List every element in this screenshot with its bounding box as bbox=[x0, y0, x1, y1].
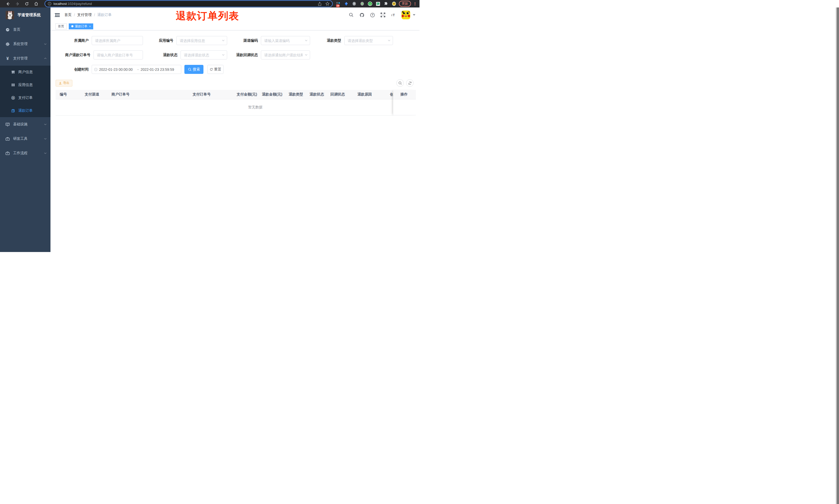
avatar[interactable] bbox=[401, 11, 410, 19]
extension-tab-manager-icon[interactable]: 10 bbox=[336, 2, 340, 6]
tab-close-icon[interactable]: × bbox=[89, 25, 91, 28]
channel-select[interactable] bbox=[261, 36, 310, 45]
date-end-value: 2022-01-23 23:59:59 bbox=[141, 68, 177, 72]
chevron-down-icon bbox=[44, 123, 47, 126]
extension-chat-icon[interactable] bbox=[376, 2, 380, 6]
sidebar-item-pay[interactable]: ¥ 支付管理 bbox=[0, 51, 51, 66]
merchant-refund-no-input[interactable] bbox=[93, 51, 143, 59]
share-icon[interactable] bbox=[318, 2, 322, 6]
sidebar-item-workflow[interactable]: 工作流程 bbox=[0, 146, 51, 160]
browser-reload-button[interactable] bbox=[24, 2, 29, 6]
bookmark-star-icon[interactable] bbox=[325, 2, 329, 6]
filter-merchant: 所属商户 bbox=[56, 36, 143, 45]
extension-y-icon[interactable]: y bbox=[368, 2, 372, 6]
header-search-button[interactable] bbox=[349, 12, 354, 18]
refresh-table-button[interactable] bbox=[406, 79, 414, 87]
sidebar-item-label: 工作流程 bbox=[13, 151, 28, 156]
filter-label: 渠道编码 bbox=[233, 38, 261, 43]
fullscreen-icon bbox=[381, 13, 385, 17]
search-icon bbox=[188, 68, 192, 71]
chevron-down-icon bbox=[44, 137, 47, 140]
dashboard-icon bbox=[5, 28, 10, 32]
sidebar-fold-button[interactable] bbox=[55, 12, 60, 18]
user-menu[interactable] bbox=[401, 11, 415, 19]
toggle-search-button[interactable] bbox=[396, 79, 404, 87]
browser-forward-button[interactable] bbox=[15, 2, 20, 6]
export-button[interactable]: 导出 bbox=[56, 80, 72, 87]
question-circle-icon: ? bbox=[370, 13, 375, 18]
search-button[interactable]: 搜索 bbox=[184, 65, 203, 74]
column-header: 退款原因 bbox=[348, 92, 386, 97]
browser-home-button[interactable] bbox=[34, 2, 39, 6]
filter-label: 退款状态 bbox=[149, 53, 180, 57]
sidebar-item-system[interactable]: 系统管理 bbox=[0, 37, 51, 51]
font-size-button[interactable]: TT bbox=[391, 12, 396, 18]
url-bar[interactable]: localhost:1024/pay/refund bbox=[45, 1, 332, 7]
refund-type-select[interactable] bbox=[344, 36, 393, 45]
browser-update-button[interactable]: 更新 bbox=[399, 1, 411, 7]
svg-text:¥: ¥ bbox=[12, 97, 14, 100]
extension-command-icon[interactable]: ⌘ bbox=[352, 2, 356, 6]
refresh-icon bbox=[408, 82, 412, 85]
extension-badge: 10 bbox=[336, 4, 340, 7]
column-header: 支付渠道 bbox=[81, 92, 107, 97]
sidebar-item-merchant-info[interactable]: 商户信息 bbox=[0, 66, 51, 78]
site-info-icon[interactable] bbox=[48, 2, 52, 6]
breadcrumb-pay[interactable]: 支付管理 bbox=[77, 13, 92, 17]
column-header: 商户订单号 bbox=[107, 92, 189, 97]
svg-text:T: T bbox=[391, 14, 392, 17]
browser-back-button[interactable] bbox=[6, 2, 10, 6]
refund-table: 编号 支付渠道 商户订单号 支付订单号 支付金额(元) 退款金额(元) 退款类型… bbox=[56, 90, 416, 115]
column-header: 退款金额(元) bbox=[258, 92, 285, 97]
github-link-button[interactable] bbox=[359, 12, 364, 18]
fullscreen-button[interactable] bbox=[380, 12, 386, 18]
forward-icon bbox=[15, 2, 20, 6]
caret-down-icon bbox=[413, 14, 415, 16]
column-header: 退款类型 bbox=[285, 92, 305, 97]
extension-green-dot-icon[interactable] bbox=[360, 2, 364, 6]
sidebar-item-refund-order[interactable]: 退款订单 bbox=[0, 104, 51, 117]
search-icon bbox=[349, 13, 354, 17]
sidebar-item-home[interactable]: 首页 bbox=[0, 22, 51, 37]
merchant-input[interactable] bbox=[92, 36, 143, 45]
filter-label: 退款类型 bbox=[316, 38, 344, 43]
fixed-action-column: 操作 bbox=[393, 90, 416, 115]
sidebar-logo[interactable]: 芋道管理系统 bbox=[0, 7, 51, 22]
sidebar-item-label: 商户信息 bbox=[18, 70, 33, 74]
extensions-puzzle-icon[interactable] bbox=[384, 2, 388, 6]
column-header: 创建时间 bbox=[386, 92, 393, 97]
sidebar-item-label: 基础设施 bbox=[13, 122, 28, 127]
shop-icon bbox=[11, 70, 15, 74]
reset-button[interactable]: 重置 bbox=[207, 65, 224, 74]
extensions-area: 10 ⌘ y bbox=[336, 2, 396, 6]
sidebar-item-label: 首页 bbox=[13, 27, 20, 32]
app-title: 芋道管理系统 bbox=[18, 13, 41, 18]
sidebar-item-infra[interactable]: 基础设施 bbox=[0, 117, 51, 131]
empty-placeholder: 暂无数据 bbox=[56, 100, 416, 115]
sidebar-item-pay-order[interactable]: ¥ 支付订单 bbox=[0, 91, 51, 104]
help-button[interactable]: ? bbox=[370, 12, 375, 18]
tags-view-bar: 首页 退款订单 × bbox=[51, 22, 420, 30]
logo-rabbit-image bbox=[6, 11, 14, 19]
refund-status-select[interactable] bbox=[180, 51, 227, 59]
tab-home[interactable]: 首页 bbox=[55, 23, 67, 29]
browser-menu-button[interactable]: ⋮ bbox=[413, 3, 417, 5]
sidebar-item-app-info[interactable]: 应用信息 bbox=[0, 78, 51, 91]
sidebar-item-dev-tools[interactable]: 研发工具 bbox=[0, 131, 51, 146]
extension-kite-icon[interactable] bbox=[344, 2, 349, 6]
app-select[interactable] bbox=[176, 36, 227, 45]
date-range-picker[interactable]: 2022-01-23 00:00:00 - 2022-01-23 23:59:5… bbox=[92, 65, 181, 74]
filter-label: 所属商户 bbox=[56, 38, 92, 43]
active-dot bbox=[71, 25, 73, 27]
breadcrumb-home[interactable]: 首页 bbox=[65, 13, 72, 17]
filter-app: 应用编号 bbox=[149, 36, 227, 45]
column-header: 操作 bbox=[393, 90, 416, 100]
notify-status-select[interactable] bbox=[261, 51, 310, 59]
filter-notify-status: 退款回调状态 bbox=[233, 51, 310, 59]
profile-emoji-icon[interactable] bbox=[392, 2, 396, 6]
filter-channel: 渠道编码 bbox=[233, 36, 310, 45]
chevron-up-icon bbox=[44, 57, 47, 60]
tab-refund-order[interactable]: 退款订单 × bbox=[69, 23, 93, 29]
url-text[interactable]: localhost:1024/pay/refund bbox=[54, 2, 92, 6]
document-icon bbox=[11, 109, 15, 113]
